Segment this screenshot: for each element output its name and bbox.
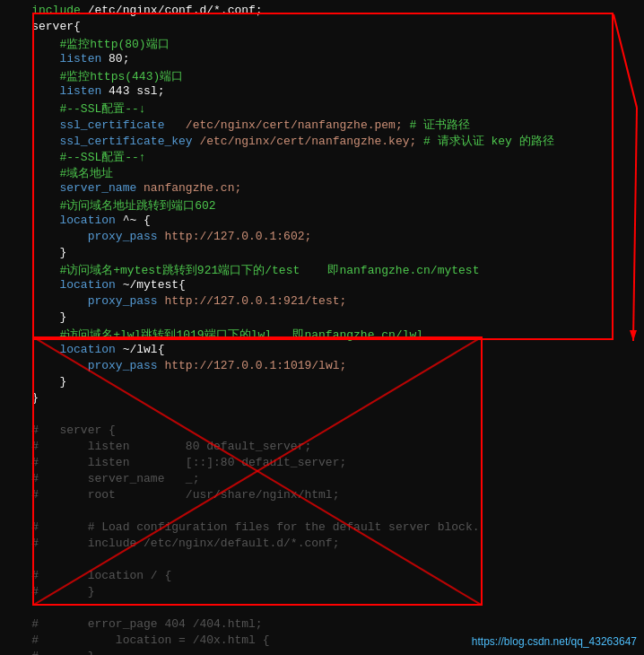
code-line: #域名地址 bbox=[0, 165, 644, 181]
code-line: # # Load configuration files for the def… bbox=[0, 520, 644, 537]
code-line: # server_name _; bbox=[0, 472, 644, 488]
code-line bbox=[0, 553, 644, 569]
code-line: # location / { bbox=[0, 569, 644, 585]
code-line: location ~/mytest{ bbox=[0, 278, 644, 294]
code-line bbox=[0, 504, 644, 520]
code-line: # listen 80 default_server; bbox=[0, 440, 644, 456]
code-line: ssl_certificate /etc/nginx/cert/nanfangz… bbox=[0, 117, 644, 133]
code-line: include /etc/nginx/conf.d/*.conf; bbox=[0, 4, 644, 20]
code-line: # include /etc/nginx/default.d/*.conf; bbox=[0, 537, 644, 553]
code-line: #--SSL配置--↑ bbox=[0, 149, 644, 165]
code-line: listen 443 ssl; bbox=[0, 84, 644, 100]
code-line: } bbox=[0, 246, 644, 262]
code-line: proxy_pass http://127.0.0.1:602; bbox=[0, 230, 644, 246]
code-line: listen 80; bbox=[0, 52, 644, 68]
code-line: #访问域名+mytest跳转到921端口下的/test 即nanfangzhe.… bbox=[0, 262, 644, 278]
code-line: # root /usr/share/nginx/html; bbox=[0, 488, 644, 504]
code-line: server{ bbox=[0, 20, 644, 36]
code-line: #监控https(443)端口 bbox=[0, 68, 644, 84]
code-line: ssl_certificate_key /etc/nginx/cert/nanf… bbox=[0, 133, 644, 149]
code-line: # } bbox=[0, 650, 644, 655]
code-line: # } bbox=[0, 585, 644, 601]
code-line: location ~/lwl{ bbox=[0, 343, 644, 359]
code-line: proxy_pass http://127.0.0.1:1019/lwl; bbox=[0, 359, 644, 375]
code-line: server_name nanfangzhe.cn; bbox=[0, 181, 644, 197]
code-line: #--SSL配置--↓ bbox=[0, 100, 644, 117]
code-line: proxy_pass http://127.0.0.1:921/test; bbox=[0, 294, 644, 310]
code-line: #监控http(80)端口 bbox=[0, 36, 644, 52]
code-line: } bbox=[0, 391, 644, 407]
code-line: # error_page 404 /404.html; bbox=[0, 617, 644, 633]
code-line: location ^~ { bbox=[0, 214, 644, 230]
code-line: #访问域名地址跳转到端口602 bbox=[0, 197, 644, 214]
code-line: #访问域名+lwl跳转到1019端口下的lwl 即nanfangzhe.cn/l… bbox=[0, 327, 644, 343]
code-line: } bbox=[0, 310, 644, 327]
watermark: https://blog.csdn.net/qq_43263647 bbox=[472, 635, 637, 648]
code-line: } bbox=[0, 375, 644, 391]
code-line bbox=[0, 601, 644, 617]
code-line bbox=[0, 407, 644, 424]
code-line: # listen [::]:80 default_server; bbox=[0, 456, 644, 472]
code-line: # server { bbox=[0, 424, 644, 440]
code-container: include /etc/nginx/conf.d/*.conf; server… bbox=[0, 0, 644, 655]
